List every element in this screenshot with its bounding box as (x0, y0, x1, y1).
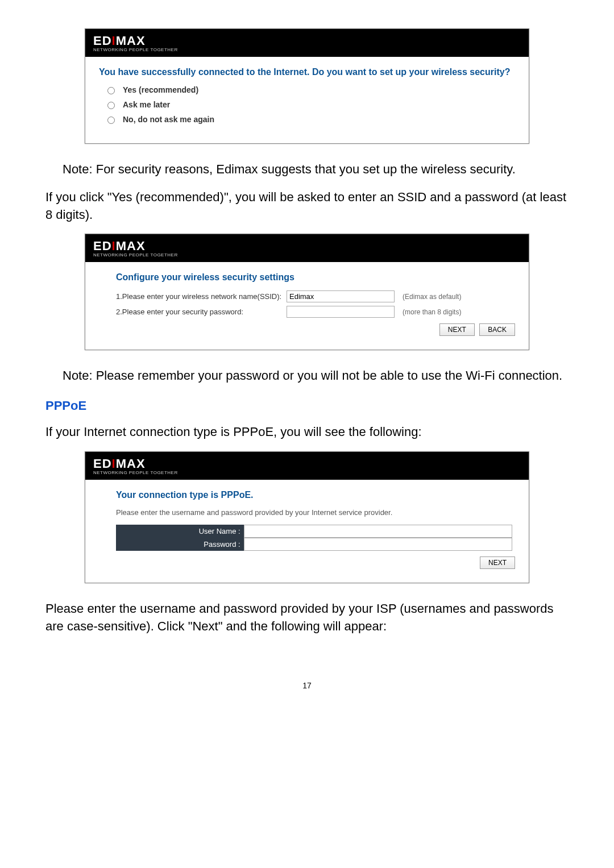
panel-header: EDIMAX NETWORKING PEOPLE TOGETHER (85, 29, 529, 57)
pppoe-panel: EDIMAX NETWORKING PEOPLE TOGETHER Your c… (85, 451, 529, 583)
panel-header: EDIMAX NETWORKING PEOPLE TOGETHER (85, 234, 529, 262)
note-security: Note: For security reasons, Edimax sugge… (63, 161, 569, 178)
next-button[interactable]: NEXT (439, 323, 475, 336)
password-label: 2.Please enter your security password: (116, 308, 287, 316)
edimax-logo: EDIMAX (93, 239, 178, 254)
page-number: 17 (45, 681, 569, 690)
radio-later-label: Ask me later (123, 100, 170, 109)
radio-later[interactable] (107, 102, 115, 109)
next-button[interactable]: NEXT (480, 556, 515, 569)
edimax-logo: EDIMAX (93, 456, 178, 471)
logo-subtitle: NETWORKING PEOPLE TOGETHER (93, 47, 178, 52)
text-isp-note: Please enter the username and password p… (45, 600, 569, 636)
panel3-subtitle: Please enter the username and password p… (116, 508, 515, 517)
heading-pppoe: PPPoE (45, 398, 569, 413)
pass-label: Password : (116, 538, 244, 551)
panel2-title: Configure your wireless security setting… (116, 272, 515, 283)
security-prompt-panel: EDIMAX NETWORKING PEOPLE TOGETHER You ha… (85, 28, 529, 144)
logo-subtitle: NETWORKING PEOPLE TOGETHER (93, 252, 178, 258)
ssid-hint: (Edimax as default) (403, 293, 461, 301)
ssid-input[interactable] (287, 290, 395, 302)
password-hint: (more than 8 digits) (403, 308, 461, 316)
edimax-logo: EDIMAX (93, 34, 178, 48)
pass-input[interactable] (244, 538, 513, 551)
radio-no[interactable] (107, 117, 115, 124)
radio-yes[interactable] (107, 87, 115, 94)
wireless-settings-panel: EDIMAX NETWORKING PEOPLE TOGETHER Config… (85, 234, 529, 350)
panel3-title: Your connection type is PPPoE. (116, 490, 515, 500)
text-pppoe-intro: If your Internet connection type is PPPo… (45, 423, 569, 441)
text-ssid-prompt: If you click "Yes (recommended)", you wi… (45, 189, 569, 224)
back-button[interactable]: BACK (479, 323, 515, 336)
password-input[interactable] (287, 306, 395, 318)
logo-subtitle: NETWORKING PEOPLE TOGETHER (93, 470, 178, 475)
username-input[interactable] (244, 525, 513, 538)
radio-no-label: No, do not ask me again (123, 115, 214, 124)
username-label: User Name : (116, 525, 244, 538)
radio-yes-label: Yes (recommended) (123, 85, 198, 94)
panel1-title: You have successfully connected to the I… (99, 67, 515, 77)
panel-header: EDIMAX NETWORKING PEOPLE TOGETHER (85, 452, 529, 480)
note-password: Note: Please remember your password or y… (63, 367, 569, 385)
ssid-label: 1.Please enter your wireless network nam… (116, 292, 287, 301)
